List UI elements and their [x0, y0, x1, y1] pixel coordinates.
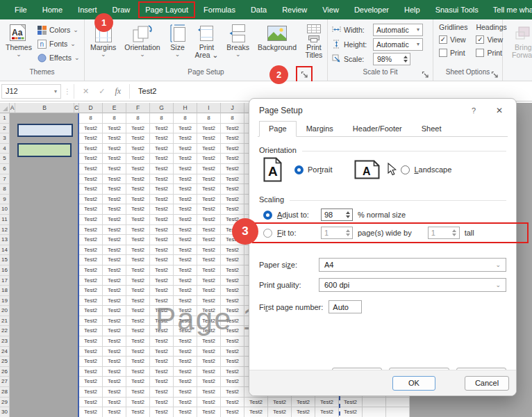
cell-H7[interactable]: Test2	[174, 174, 197, 185]
ribbon-tab-home[interactable]: Home	[35, 1, 70, 19]
help-icon[interactable]: ?	[465, 106, 483, 115]
page-break-left-boundary[interactable]	[78, 113, 79, 417]
column-header-A[interactable]: A	[10, 103, 15, 113]
cell-E28[interactable]: Test2	[103, 387, 126, 398]
cell-I28[interactable]: Test2	[197, 387, 221, 398]
row-header-26[interactable]: 26	[0, 367, 10, 377]
cell-F30[interactable]: Test2	[126, 407, 150, 417]
cell-D29[interactable]: Test2	[79, 398, 103, 408]
scale-spinner[interactable]: 98%	[373, 53, 410, 65]
row-header-19[interactable]: 19	[0, 296, 10, 306]
cell-D12[interactable]: Test2	[79, 225, 103, 236]
row-header-6[interactable]: 6	[0, 164, 10, 174]
adjust-to-radio[interactable]	[263, 211, 272, 220]
row-header-10[interactable]: 10	[0, 204, 10, 215]
row-header-12[interactable]: 12	[0, 225, 10, 236]
cell-P29[interactable]	[363, 398, 386, 408]
cell-F20[interactable]: Test2	[126, 306, 150, 316]
cell-F29[interactable]: Test2	[126, 398, 150, 408]
cell-J4[interactable]: Test2	[221, 144, 244, 154]
cell-H30[interactable]: Test2	[174, 407, 197, 417]
row-header-27[interactable]: 27	[0, 377, 10, 387]
cell-G12[interactable]: Test2	[150, 225, 174, 236]
row-header-17[interactable]: 17	[0, 276, 10, 286]
ok-button[interactable]: OK	[392, 376, 435, 391]
cell-G29[interactable]: Test2	[150, 398, 174, 408]
row-header-18[interactable]: 18	[0, 286, 10, 296]
ribbon-tab-formulas[interactable]: Formulas	[196, 1, 243, 19]
cell-E27[interactable]: Test2	[103, 377, 126, 387]
cell-G27[interactable]: Test2	[150, 377, 174, 387]
cell-E25[interactable]: Test2	[103, 357, 126, 367]
row-header-15[interactable]: 15	[0, 255, 10, 265]
row-header-13[interactable]: 13	[0, 235, 10, 245]
cell-F11[interactable]: Test2	[126, 215, 150, 225]
cell-F1[interactable]: 8	[126, 113, 150, 124]
cell-F26[interactable]: Test2	[126, 367, 150, 377]
cell-G15[interactable]: Test2	[150, 255, 174, 265]
cell-F10[interactable]: Test2	[126, 204, 150, 215]
ribbon-tab-help[interactable]: Help	[397, 1, 428, 19]
cell-I12[interactable]: Test2	[197, 225, 221, 236]
column-header-D[interactable]: D	[79, 103, 103, 113]
cell-F9[interactable]: Test2	[126, 195, 150, 205]
cell-I8[interactable]: Test2	[197, 184, 221, 195]
portrait-radio[interactable]: Portrait	[294, 165, 332, 174]
close-icon[interactable]: ✕	[492, 106, 506, 115]
cell-F5[interactable]: Test2	[126, 154, 150, 164]
cell-H3[interactable]: Test2	[174, 133, 197, 144]
cell-Q30[interactable]	[386, 407, 410, 417]
cell-H9[interactable]: Test2	[174, 195, 197, 205]
cell-H15[interactable]: Test2	[174, 255, 197, 265]
cell-F21[interactable]: Test2	[126, 316, 150, 327]
cell-G25[interactable]: Test2	[150, 357, 174, 367]
row-header-29[interactable]: 29	[0, 398, 10, 408]
sheet-options-dialog-launcher[interactable]	[490, 70, 499, 79]
tab-page[interactable]: Page	[259, 121, 297, 137]
row-header-14[interactable]: 14	[0, 245, 10, 256]
cell-G8[interactable]: Test2	[150, 184, 174, 195]
cell-M29[interactable]: Test2	[292, 398, 315, 408]
gridlines-print-checkbox[interactable]: Print	[439, 47, 467, 58]
cancel-button[interactable]: Cancel	[465, 376, 509, 391]
cell-D20[interactable]: Test2	[79, 306, 103, 316]
cell-F14[interactable]: Test2	[126, 245, 150, 256]
size-button[interactable]: Size⌄	[167, 22, 189, 65]
width-combo[interactable]: Automatic▾	[373, 24, 423, 36]
column-header-E[interactable]: E	[103, 103, 126, 113]
cell-N29[interactable]: Test2	[315, 398, 339, 408]
cell-H27[interactable]: Test2	[174, 377, 197, 387]
cell-G14[interactable]: Test2	[150, 245, 174, 256]
tab-header-footer[interactable]: Header/Footer	[343, 121, 412, 137]
cell-F27[interactable]: Test2	[126, 377, 150, 387]
row-header-4[interactable]: 4	[0, 144, 10, 154]
print-titles-button[interactable]: PrintTitles	[303, 22, 325, 65]
row-header-30[interactable]: 30	[0, 407, 10, 417]
cell-G1[interactable]: 8	[150, 113, 174, 124]
row-header-2[interactable]: 2	[0, 124, 10, 134]
cell-E17[interactable]: Test2	[103, 276, 126, 286]
cell-F4[interactable]: Test2	[126, 144, 150, 154]
gridlines-view-checkbox[interactable]: ✓View	[439, 34, 467, 45]
tab-margins[interactable]: Margins	[297, 121, 343, 137]
cell-H2[interactable]: Test2	[174, 124, 197, 134]
paper-size-dropdown[interactable]: A4 ⌄	[319, 258, 506, 272]
cell-I29[interactable]: Test2	[197, 398, 221, 408]
cell-D24[interactable]: Test2	[79, 347, 103, 357]
cell-J15[interactable]: Test2	[221, 255, 244, 265]
cell-G6[interactable]: Test2	[150, 164, 174, 174]
row-header-7[interactable]: 7	[0, 174, 10, 185]
cell-Q29[interactable]	[386, 398, 410, 408]
cell-D14[interactable]: Test2	[79, 245, 103, 256]
cell-G2[interactable]: Test2	[150, 124, 174, 134]
cell-H4[interactable]: Test2	[174, 144, 197, 154]
cell-H16[interactable]: Test2	[174, 265, 197, 276]
cell-G26[interactable]: Test2	[150, 367, 174, 377]
cell-I14[interactable]: Test2	[197, 245, 221, 256]
breaks-button[interactable]: Breaks⌄	[224, 22, 251, 65]
insert-function-icon[interactable]: fx	[115, 86, 121, 97]
cell-G24[interactable]: Test2	[150, 347, 174, 357]
cell-I3[interactable]: Test2	[197, 133, 221, 144]
cell-D21[interactable]: Test2	[79, 316, 103, 327]
cell-D2[interactable]: Test2	[79, 124, 103, 134]
